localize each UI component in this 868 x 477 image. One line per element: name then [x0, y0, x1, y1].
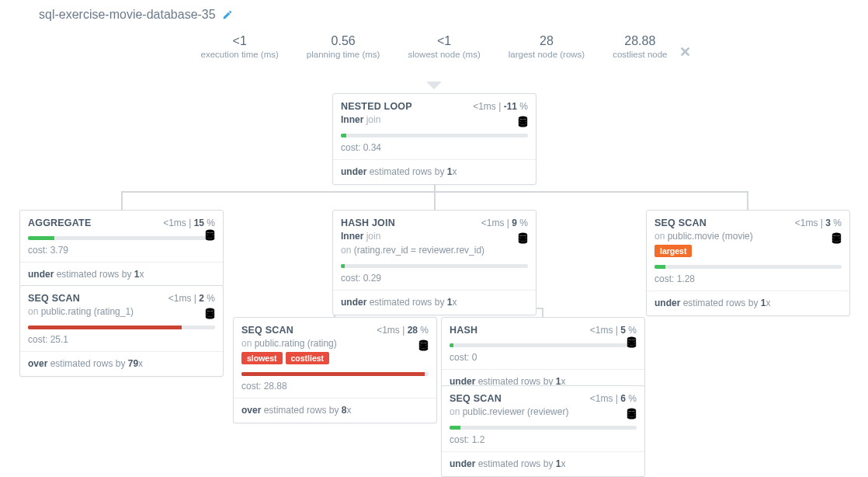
cost-label: cost: 0: [442, 349, 644, 370]
metric-value: 0.56: [307, 34, 380, 48]
database-icon[interactable]: [205, 229, 215, 241]
node-timing: <1ms | 5 %: [590, 325, 637, 336]
node-subtitle: on public.reviewer (reviewer): [442, 404, 644, 423]
estimate-label: under estimated rows by 1x: [20, 263, 223, 287]
badge-largest: largest: [654, 245, 692, 257]
metric-value: <1: [200, 34, 278, 48]
database-icon[interactable]: [205, 308, 215, 319]
node-name: HASH JOIN: [341, 218, 395, 228]
cost-bar: [341, 134, 528, 138]
node-name: SEQ SCAN: [450, 393, 502, 404]
node-hash-join[interactable]: HASH JOIN <1ms | 9 % Inner join on (rati…: [332, 210, 536, 315]
metric-value: <1: [408, 34, 480, 48]
node-name: SEQ SCAN: [28, 293, 80, 304]
cost-label: cost: 25.1: [20, 331, 223, 352]
metric-label: planning time (ms): [307, 50, 380, 59]
node-name: HASH: [450, 325, 477, 336]
title-row: sql-exercise-movie-database-35: [0, 0, 868, 30]
metric-value: 28.88: [613, 34, 667, 48]
cost-bar: [28, 326, 215, 329]
node-name: AGGREGATE: [28, 218, 91, 228]
node-timing: <1ms | -11 %: [473, 101, 528, 112]
node-subtitle2: on (rating.rev_id = reviewer.rev_id): [333, 242, 536, 261]
connector: [542, 308, 543, 317]
close-icon[interactable]: ✕: [679, 44, 691, 61]
node-badges: largest: [647, 245, 849, 262]
node-name: SEQ SCAN: [654, 218, 707, 228]
metric-slowest: <1 slowest node (ms): [408, 34, 480, 59]
estimate-label: under estimated rows by 1x: [442, 452, 644, 476]
database-icon[interactable]: [627, 408, 637, 420]
cost-bar: [654, 265, 842, 269]
metric-label: largest node (rows): [509, 50, 585, 59]
cost-bar: [450, 343, 637, 347]
database-icon[interactable]: [418, 339, 429, 351]
node-aggregate[interactable]: AGGREGATE <1ms | 15 % cost: 3.79 under e…: [19, 210, 224, 287]
node-timing: <1ms | 3 %: [795, 218, 842, 228]
edit-icon[interactable]: [222, 9, 233, 20]
node-seq-scan-reviewer[interactable]: SEQ SCAN <1ms | 6 % on public.reviewer (…: [441, 385, 645, 477]
metric-label: costliest node: [613, 50, 667, 59]
metric-label: execution time (ms): [200, 50, 278, 59]
estimate-label: under estimated rows by 1x: [333, 291, 536, 315]
cost-bar: [341, 264, 528, 268]
node-subtitle: Inner join: [333, 228, 536, 242]
badge-costliest: costliest: [286, 352, 330, 364]
estimate-label: over estimated rows by 79x: [20, 352, 223, 376]
page-title: sql-exercise-movie-database-35: [39, 8, 216, 22]
database-icon[interactable]: [832, 232, 842, 244]
connector: [747, 191, 748, 210]
node-hash[interactable]: HASH <1ms | 5 % cost: 0 under estimated …: [441, 317, 645, 395]
cost-label: cost: 28.88: [234, 378, 436, 399]
node-timing: <1ms | 28 %: [377, 325, 429, 336]
node-name: NESTED LOOP: [341, 101, 412, 112]
node-badges: slowest costliest: [234, 352, 436, 369]
cost-bar: [241, 372, 429, 376]
node-seq-scan-rating[interactable]: SEQ SCAN <1ms | 28 % on public.rating (r…: [233, 317, 437, 423]
metric-value: 28: [509, 34, 585, 48]
node-timing: <1ms | 15 %: [163, 218, 215, 228]
metric-plan-time: 0.56 planning time (ms): [307, 34, 380, 59]
node-seq-scan-movie[interactable]: SEQ SCAN <1ms | 3 % on public.movie (mov…: [646, 210, 850, 316]
metric-label: slowest node (ms): [408, 50, 480, 59]
cost-label: cost: 1.28: [647, 270, 849, 291]
connector: [434, 191, 436, 210]
badge-slowest: slowest: [241, 352, 283, 364]
cost-label: cost: 0.29: [333, 270, 536, 291]
metric-exec-time: <1 execution time (ms): [200, 34, 278, 59]
node-timing: <1ms | 2 %: [168, 293, 215, 304]
chevron-down-icon: [426, 82, 442, 89]
metric-costliest: 28.88 costliest node: [613, 34, 667, 59]
node-nested-loop[interactable]: NESTED LOOP <1ms | -11 % Inner join cost…: [332, 93, 536, 185]
node-seq-scan-rating1[interactable]: SEQ SCAN <1ms | 2 % on public.rating (ra…: [19, 285, 224, 377]
estimate-label: under estimated rows by 1x: [647, 291, 849, 315]
database-icon[interactable]: [518, 116, 528, 127]
database-icon[interactable]: [518, 232, 528, 244]
node-subtitle: Inner join: [333, 112, 536, 131]
node-timing: <1ms | 9 %: [481, 218, 528, 228]
metrics-bar: <1 execution time (ms) 0.56 planning tim…: [0, 30, 868, 78]
metric-largest: 28 largest node (rows): [509, 34, 585, 59]
connector: [121, 191, 123, 210]
cost-label: cost: 3.79: [20, 242, 223, 263]
cost-label: cost: 1.2: [442, 431, 644, 452]
cost-bar: [450, 426, 637, 430]
database-icon[interactable]: [627, 336, 637, 348]
node-subtitle: on public.movie (movie): [647, 228, 849, 245]
estimate-label: over estimated rows by 8x: [234, 399, 436, 423]
cost-label: cost: 0.34: [333, 139, 536, 160]
node-timing: <1ms | 6 %: [590, 393, 637, 404]
estimate-label: under estimated rows by 1x: [333, 160, 536, 184]
cost-bar: [28, 236, 215, 240]
node-subtitle: on public.rating (rating): [234, 336, 436, 352]
node-subtitle: on public.rating (rating_1): [20, 304, 223, 322]
node-name: SEQ SCAN: [241, 325, 293, 336]
